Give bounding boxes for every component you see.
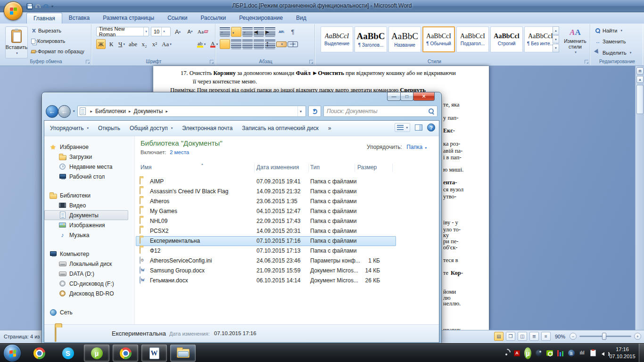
maximize-button[interactable]: □ — [400, 92, 413, 101]
command-bar-item[interactable]: » ▾ — [324, 125, 335, 132]
paragraph-button[interactable]: ▸ — [265, 27, 275, 37]
style-card[interactable]: AaBbCcI ¶ Обычный — [422, 26, 455, 52]
paragraph-button[interactable]: ▾ — [288, 41, 298, 47]
table-row[interactable]: Samsung Group.docx 21.09.2015 15:59 Доку… — [136, 266, 396, 276]
column-header-name[interactable]: Имя — [140, 164, 151, 171]
column-header-date[interactable]: Дата изменения — [256, 164, 299, 171]
sidebar-item[interactable]: Недавние места — [44, 162, 134, 172]
sidebar-item[interactable]: Избранное — [44, 142, 134, 152]
paragraph-button[interactable]: ▾ — [276, 41, 287, 47]
paragraph-button[interactable]: ▾ — [220, 39, 230, 49]
office-button[interactable] — [4, 1, 23, 20]
zoom-in-button[interactable]: + — [634, 333, 641, 340]
word-scrollbar[interactable]: ▤ ▲ — [635, 66, 644, 330]
change-styles-button[interactable]: AA Изменить стили ▾ — [562, 26, 588, 60]
taskbar-app-button[interactable] — [26, 345, 52, 362]
recent-pages-icon[interactable]: ▾ — [73, 109, 75, 113]
scrollbar-thumb[interactable] — [636, 85, 644, 114]
font-style-button[interactable]: Ч ▾ — [117, 39, 126, 49]
preview-pane-button[interactable] — [415, 124, 422, 131]
style-card[interactable]: AaBbCcI Выделение — [321, 26, 353, 52]
find-button[interactable]: Найти▾ — [595, 28, 622, 33]
paragraph-button[interactable]: ▾ — [231, 39, 241, 49]
command-bar-item[interactable]: Упорядочить ▾ — [46, 125, 92, 132]
tray-icon[interactable] — [557, 350, 563, 356]
style-card[interactable]: AaBbC Название — [388, 26, 421, 52]
arrange-dropdown-icon[interactable]: ▾ — [425, 146, 427, 149]
font-dialog-launcher[interactable] — [210, 60, 214, 64]
clipboard-dialog-launcher[interactable] — [86, 60, 90, 64]
tray-icon[interactable]: ılıl — [580, 351, 585, 355]
table-row[interactable]: NHL09 22.09.2015 17:43 Папка с файлами — [136, 216, 396, 226]
table-row[interactable]: Експериментальна 07.10.2015 17:16 Папка … — [136, 236, 396, 246]
breadcrumb-item[interactable]: Библиотеки — [95, 108, 126, 115]
cut-button[interactable]: Вырезать — [31, 28, 61, 33]
sidebar-item[interactable]: Сеть — [44, 307, 134, 317]
zoom-slider-thumb[interactable] — [602, 333, 606, 340]
arrange-by-value[interactable]: Папка — [406, 144, 422, 150]
taskbar-clock[interactable]: 17:16 07.10.2015 — [608, 346, 636, 360]
tray-icon[interactable]: µ — [524, 347, 531, 359]
paragraph-button[interactable]: ↕ — [265, 39, 275, 49]
taskbar-app-button[interactable] — [113, 345, 138, 362]
taskbar-app-button[interactable]: S — [55, 345, 81, 362]
ribbon-tab[interactable]: Рассылки — [194, 13, 232, 24]
styles-gallery-more[interactable]: ▼ — [553, 44, 559, 52]
outline-view-button[interactable]: ≣ — [529, 332, 539, 341]
paragraph-button[interactable]: ▾ — [254, 39, 264, 49]
breadcrumb-item[interactable]: Документы — [134, 108, 163, 115]
chevron-right-icon[interactable]: ▸ — [88, 109, 96, 114]
close-button[interactable]: ✕ — [413, 92, 435, 101]
address-dropdown-icon[interactable]: ▾ — [297, 106, 304, 116]
select-button[interactable]: Выделить▾ — [595, 49, 631, 56]
paragraph-button[interactable]: ▾ — [220, 27, 230, 37]
taskbar-app-button[interactable] — [170, 345, 196, 362]
change-view-button[interactable]: ▾ — [395, 123, 410, 132]
ribbon-tab[interactable]: Рецензирование — [232, 13, 289, 24]
chevron-right-icon[interactable]: ▸ — [163, 109, 171, 114]
command-bar-item[interactable]: Электронная почта ▾ — [178, 125, 236, 132]
paragraph-button[interactable]: ▾ — [242, 27, 253, 37]
table-row[interactable]: PCSX2 14.09.2015 20:31 Папка с файлами — [136, 226, 396, 236]
table-row[interactable]: Atheros 23.06.2015 1:35 Папка с файлами — [136, 197, 396, 206]
paste-button[interactable]: Вставить ▾ — [5, 26, 28, 58]
sidebar-item[interactable]: Видео — [44, 200, 134, 210]
start-button[interactable] — [3, 344, 21, 362]
table-row[interactable]: AtherosServiceConfig.ini 24.06.2015 23:4… — [136, 256, 396, 266]
sidebar-item[interactable]: Локальный диск — [44, 259, 134, 269]
sidebar-item[interactable]: CD-дисковод (F:) — [44, 279, 134, 288]
clear-formatting-button[interactable]: Aa — [197, 27, 208, 36]
qat-customize-icon[interactable]: ▾ — [51, 4, 53, 8]
paragraph-button[interactable]: ▾ — [242, 39, 253, 49]
paragraph-button[interactable]: ◂ — [254, 27, 264, 37]
table-row[interactable]: AIMP 07.09.2015 19:41 Папка с файлами — [136, 177, 396, 187]
sidebar-item[interactable]: Загрузки — [44, 152, 134, 162]
show-desktop-button[interactable] — [639, 344, 644, 362]
command-bar-item[interactable]: Записать на оптический диск ▾ — [238, 125, 322, 132]
sidebar-item[interactable]: Документы — [44, 210, 128, 220]
font-style-button[interactable]: К ▾ — [107, 39, 116, 49]
sidebar-item[interactable]: Рабочий стол — [44, 172, 134, 181]
back-button[interactable]: ← — [46, 105, 58, 118]
repeat-icon[interactable] — [43, 4, 49, 8]
help-button[interactable]: ? — [427, 123, 435, 132]
sidebar-item[interactable]: DATA (D:) — [44, 269, 134, 279]
draft-view-button[interactable]: ≡ — [541, 332, 551, 341]
ribbon-tab[interactable]: Вставка — [62, 13, 97, 24]
styles-scroll-down[interactable]: ▼ — [553, 35, 559, 44]
grow-font-button[interactable]: A▴ — [173, 27, 183, 36]
sidebar-item[interactable]: Музыка — [44, 230, 134, 240]
save-icon[interactable] — [26, 3, 33, 9]
print-layout-view-button[interactable]: ▤ — [494, 332, 504, 341]
font-style-button[interactable]: Ж ▾ — [96, 39, 106, 49]
style-card[interactable]: AaBbCcl Строгий — [490, 26, 523, 52]
tray-icon[interactable]: A — [514, 350, 520, 356]
tray-icon[interactable] — [536, 350, 542, 356]
minimize-button[interactable]: — — [387, 92, 401, 101]
includes-link[interactable]: 2 места — [170, 149, 189, 155]
tray-icon[interactable] — [600, 350, 607, 356]
sidebar-item[interactable]: Компьютер — [44, 249, 134, 259]
font-style-button[interactable]: x₂ ▾ — [140, 39, 149, 49]
font-style-button[interactable]: Aa ▾ — [160, 39, 173, 49]
highlight-button[interactable]: ab▾ — [195, 39, 207, 49]
